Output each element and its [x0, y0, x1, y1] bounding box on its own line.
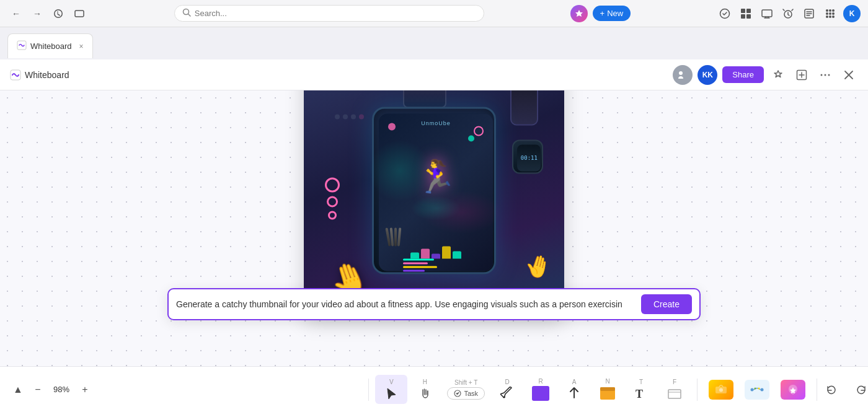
toolbar: ▲ − 98% + V H Shift + T Task [0, 366, 868, 412]
frame-icon [668, 387, 681, 400]
svg-point-26 [828, 74, 830, 76]
more-options-icon[interactable] [816, 66, 835, 84]
task-label: Task [464, 390, 478, 397]
svg-point-35 [719, 388, 723, 392]
svg-rect-4 [741, 9, 745, 13]
redo-button[interactable] [842, 382, 858, 398]
back-button[interactable]: ← [7, 5, 25, 22]
app-bar-right: KK Share [673, 65, 858, 85]
checkmark-icon[interactable] [717, 6, 733, 22]
canvas-wrapper: 00:11 UnmoUbe 🏃‍♀️ [0, 90, 868, 412]
share-button[interactable]: Share [722, 66, 764, 83]
svg-line-2 [188, 14, 190, 17]
tab-bar: Whiteboard × [0, 27, 868, 59]
tab-close-button[interactable]: × [79, 42, 83, 51]
new-button[interactable]: + New [593, 6, 631, 21]
rect-icon [532, 386, 549, 401]
zoom-controls: ▲ − 98% + [10, 382, 93, 398]
svg-point-13 [832, 9, 835, 12]
svg-point-25 [825, 74, 826, 76]
fi-tablet: UnmoUbe 🏃‍♀️ [372, 107, 496, 274]
zoom-up-icon[interactable]: ▲ [10, 382, 26, 398]
undo-redo [823, 382, 858, 398]
apps-icon[interactable] [822, 6, 838, 22]
connector-tool[interactable] [740, 376, 774, 403]
svg-point-38 [755, 387, 756, 389]
prompt-input[interactable] [176, 299, 635, 309]
toolbar-divider-1 [368, 379, 369, 401]
app-container: ← → + New [0, 0, 868, 412]
whiteboard-canvas[interactable]: 00:11 UnmoUbe 🏃‍♀️ [0, 90, 868, 366]
forward-button[interactable]: → [29, 5, 46, 22]
browser-bar: ← → + New [0, 0, 868, 27]
canvas-image-inner: 00:11 UnmoUbe 🏃‍♀️ [304, 90, 564, 317]
photo-icon [709, 380, 733, 400]
svg-point-19 [832, 15, 835, 18]
new-plus-icon: + [600, 9, 605, 18]
alarm-icon[interactable] [780, 6, 796, 22]
undo-button[interactable] [823, 382, 839, 398]
close-button[interactable] [839, 66, 858, 84]
draw-icon [500, 387, 514, 400]
search-input[interactable] [195, 9, 476, 18]
fullscreen-icon[interactable] [792, 66, 811, 84]
history-button[interactable] [50, 5, 67, 22]
fitness-illustration: 00:11 UnmoUbe 🏃‍♀️ [304, 90, 564, 317]
arrow-icon [567, 387, 581, 400]
notes-icon[interactable] [801, 6, 817, 22]
svg-rect-0 [75, 11, 84, 17]
collections-icon[interactable] [738, 6, 754, 22]
svg-rect-6 [741, 14, 745, 19]
svg-rect-8 [762, 10, 772, 17]
tabs-button[interactable] [71, 5, 88, 22]
zoom-in-button[interactable]: + [77, 382, 93, 398]
note-tool[interactable]: N [591, 374, 624, 405]
task-key: Shift + T [454, 379, 477, 386]
user-avatar[interactable]: K [843, 5, 861, 22]
arrow-tool[interactable]: A [558, 375, 590, 404]
svg-text:T: T [636, 388, 643, 400]
svg-point-15 [829, 12, 831, 15]
svg-point-39 [758, 387, 760, 389]
connector-icon [745, 380, 769, 400]
frame-tool[interactable]: F [658, 375, 691, 404]
text-icon: T [634, 387, 648, 400]
star-icon[interactable] [769, 66, 787, 84]
collab-icon [673, 65, 693, 85]
rect-tool[interactable]: R [525, 374, 557, 405]
svg-rect-7 [746, 14, 751, 19]
svg-rect-28 [503, 397, 505, 398]
copilot-icon[interactable] [570, 5, 588, 22]
select-key: V [389, 379, 394, 385]
hand-icon [418, 387, 432, 400]
tab-title: Whiteboard [30, 42, 71, 51]
svg-point-36 [751, 388, 754, 391]
prompt-bar: Create [167, 288, 701, 320]
task-inner: Task [447, 387, 485, 400]
svg-point-18 [829, 15, 831, 18]
create-button[interactable]: Create [641, 294, 692, 314]
browser-right: K [717, 5, 861, 22]
text-tool[interactable]: T T [625, 375, 657, 404]
draw-tool[interactable]: D [491, 375, 523, 404]
sticker-tool[interactable] [776, 376, 810, 403]
hand-tool[interactable]: H [409, 375, 441, 404]
svg-point-24 [821, 74, 823, 76]
toolbar-divider-3 [817, 379, 817, 401]
zoom-out-button[interactable]: − [30, 382, 46, 398]
fi-pink-rings [325, 178, 340, 220]
photo-tool[interactable] [704, 376, 738, 403]
fi-color-lines [403, 258, 437, 271]
new-label: New [607, 9, 623, 18]
search-bar[interactable] [174, 5, 484, 22]
task-tool[interactable]: Shift + T Task [442, 375, 490, 403]
whiteboard-tab[interactable]: Whiteboard × [7, 33, 93, 58]
canvas-image[interactable]: 00:11 UnmoUbe 🏃‍♀️ [304, 90, 564, 317]
arrow-key: A [572, 379, 577, 385]
svg-rect-32 [668, 390, 681, 398]
cast-icon[interactable] [759, 6, 775, 22]
select-tool[interactable]: V [375, 375, 407, 404]
app-logo: Whiteboard [10, 69, 69, 81]
draw-key: D [505, 379, 509, 385]
select-icon [384, 387, 398, 400]
